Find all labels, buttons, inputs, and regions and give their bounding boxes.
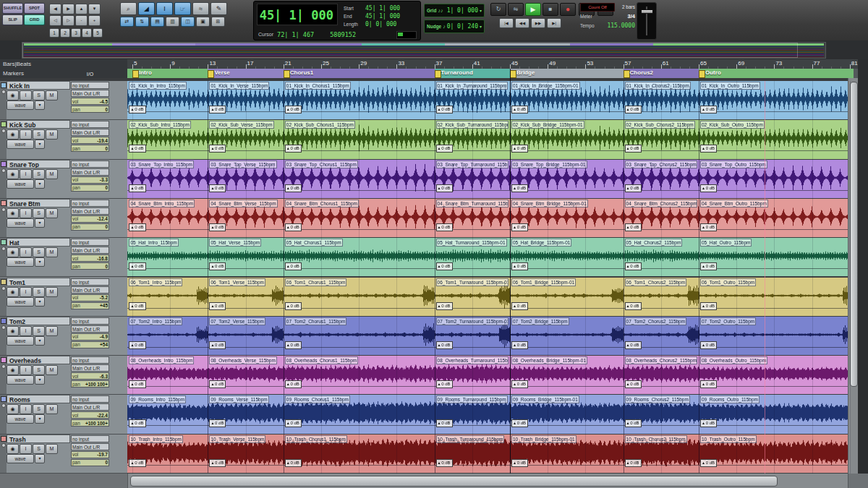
audio-clip-name[interactable]: 01_Kick_In_Turnaround_115bpm (436, 82, 509, 90)
clip-gain-badge[interactable]: ▴ 0 dB (436, 145, 453, 153)
clip-gain-badge[interactable]: ▴ 0 dB (436, 184, 453, 192)
clip-gain-badge[interactable]: ▴ 0 dB (285, 419, 302, 427)
zoom-toggle-button-2[interactable]: ⇅ (135, 17, 149, 27)
input-path-selector[interactable]: no input (71, 82, 109, 89)
audio-clip-name[interactable]: 08_Overheads_Turnaround_115bpm (436, 356, 509, 364)
clip-gain-badge[interactable]: ▴ 0 dB (625, 302, 642, 310)
grid-value-selector[interactable]: Grid ♪♪ 1| 0| 000 ▾ (424, 4, 485, 17)
audio-clip-name[interactable]: 03_Snare_Top_Bridge_115bpm-01 (511, 160, 587, 168)
clip-gain-badge[interactable]: ▴ 0 dB (209, 380, 226, 388)
clip-gain-badge[interactable]: ▴ 0 dB (285, 380, 302, 388)
clip-gain-badge[interactable]: ▴ 0 dB (511, 459, 528, 467)
track-view-selector[interactable]: wave (7, 414, 34, 424)
track-view-selector[interactable]: wave (7, 375, 34, 385)
clip-gain-badge[interactable]: ▴ 0 dB (436, 459, 453, 467)
audio-clip-name[interactable]: 07_Tom2_Intro_115bpm (129, 317, 182, 325)
audio-clip-name[interactable]: 05_Hat_Outro_115bpm (700, 239, 752, 247)
marker-label[interactable]: Intro (139, 69, 152, 76)
clip-gain-badge[interactable]: ▴ 0 dB (129, 459, 145, 467)
audio-clip-name[interactable]: 05_Hat_Chorus1_115bpm (285, 239, 343, 247)
audio-clip-name[interactable]: 01_Kick_In_Chorus2_115bpm (625, 82, 691, 90)
clip-gain-badge[interactable]: ▴ 0 dB (129, 145, 145, 153)
clip-gain-badge[interactable]: ▴ 0 dB (625, 223, 642, 231)
clip-gain-badge[interactable]: ▴ 0 dB (436, 262, 453, 270)
marker-flag-icon[interactable] (435, 70, 441, 78)
audio-clip-name[interactable]: 03_Snare_Top_Outro_115bpm (700, 160, 767, 168)
rewind-button[interactable]: ◀◀ (515, 18, 529, 28)
pan-display[interactable]: pan0 (71, 106, 109, 113)
clip-gain-badge[interactable]: ▴ 0 dB (511, 145, 528, 153)
track-view-selector[interactable]: wave (7, 336, 34, 346)
track-view-selector[interactable]: wave (7, 218, 34, 228)
marker-label[interactable]: Verse (214, 69, 229, 76)
input-path-selector[interactable]: no input (71, 121, 109, 128)
zoom-preset-1[interactable]: 1 (49, 28, 59, 38)
playlist-selector[interactable]: ▾ (35, 297, 45, 307)
track-name[interactable]: Hat (7, 238, 70, 247)
record-enable-button[interactable]: ◉ (7, 247, 19, 257)
marker-flag-icon[interactable] (284, 70, 290, 78)
clip-gain-badge[interactable]: ▴ 0 dB (625, 459, 642, 467)
mute-button[interactable]: M (46, 169, 58, 179)
clip-gain-badge[interactable]: ▴ 0 dB (285, 106, 302, 114)
clip-gain-badge[interactable]: ▴ 0 dB (700, 106, 717, 114)
zoom-preset-3[interactable]: 3 (71, 28, 81, 38)
zoom-toggle-button-6[interactable]: ▣ (196, 17, 210, 27)
clip-gain-badge[interactable]: ▴ 0 dB (436, 419, 453, 427)
audio-clip-name[interactable]: 07_Tom2_Chorus1_115bpm (285, 317, 347, 325)
input-path-selector[interactable]: no input (71, 278, 109, 286)
audio-clip-name[interactable]: 03_Snare_Top_Verse_115bpm (209, 160, 276, 168)
pan-display[interactable]: pan+100 100+ (71, 419, 109, 427)
track-view-selector[interactable]: wave (7, 297, 34, 307)
audio-clip-name[interactable]: 09_Rooms_Bridge_115bpm-01 (511, 395, 579, 403)
audio-clip-name[interactable]: 02_Kick_Sub_Verse_115bpm (209, 121, 273, 129)
volume-display[interactable]: vol-5.2 (71, 294, 109, 301)
output-path-selector[interactable]: Main Out L/R (71, 403, 109, 411)
clip-gain-badge[interactable]: ▴ 0 dB (436, 380, 453, 388)
track-name[interactable]: Kick In (7, 81, 70, 90)
clip-gain-badge[interactable]: ▴ 0 dB (625, 106, 642, 114)
solo-button[interactable]: S (33, 365, 45, 375)
zoom-arrow-button-0-1[interactable]: ▶ (62, 4, 75, 14)
pan-display[interactable]: pan0 (71, 145, 109, 152)
audio-clip-name[interactable]: 10_Trash_Chorus1_115bpm (285, 435, 347, 443)
zoom-toggle-button-1[interactable]: ⇄ (120, 17, 134, 27)
input-path-selector[interactable]: no input (71, 435, 109, 442)
clip-gain-badge[interactable]: ▴ 0 dB (700, 341, 717, 349)
clip-gain-badge[interactable]: ▴ 0 dB (285, 341, 302, 349)
edit-mode-grid[interactable]: GRID (24, 14, 45, 25)
clip-gain-badge[interactable]: ▴ 0 dB (209, 302, 226, 310)
nudge-value[interactable]: 0| 0| 240 (447, 23, 478, 30)
pan-display[interactable]: pan+100 100+ (71, 380, 109, 388)
clip-gain-badge[interactable]: ▴ 0 dB (436, 223, 453, 231)
solo-button[interactable]: S (33, 208, 45, 218)
audio-clip-name[interactable]: 02_Kick_Sub_Outro_115bpm (700, 121, 765, 129)
selection-end-value[interactable]: 45| 1| 000 (365, 13, 400, 20)
pan-display[interactable]: pan0 (71, 459, 109, 466)
clip-gain-badge[interactable]: ▴ 0 dB (209, 184, 226, 192)
scrollbar-thumb[interactable] (130, 476, 778, 487)
output-path-selector[interactable]: Main Out L/R (71, 207, 109, 215)
record-enable-button[interactable]: ◉ (7, 444, 19, 454)
playlist-selector[interactable]: ▾ (35, 375, 45, 385)
audio-clip-name[interactable]: 01_Kick_In_Chorus1_115bpm (285, 82, 351, 90)
volume-display[interactable]: vol-4.9 (71, 333, 109, 341)
clip-gain-badge[interactable]: ▴ 0 dB (511, 223, 528, 231)
playlist-selector[interactable]: ▾ (35, 100, 45, 110)
bars-beats-ruler-label[interactable]: Bars|Beats (3, 61, 31, 67)
clip-gain-badge[interactable]: ▴ 0 dB (285, 262, 302, 270)
solo-button[interactable]: S (33, 444, 45, 454)
marker-flag-icon[interactable] (699, 70, 705, 78)
clip-gain-badge[interactable]: ▴ 0 dB (436, 106, 453, 114)
zoom-preset-4[interactable]: 4 (82, 28, 92, 38)
playlist-selector[interactable]: ▾ (35, 179, 45, 189)
audio-clip-name[interactable]: 04_Snare_Btm_Chorus2_115bpm (625, 200, 697, 207)
clip-gain-badge[interactable]: ▴ 0 dB (209, 419, 226, 427)
audio-clip-name[interactable]: 05_Hat_Bridge_115bpm-01 (511, 239, 571, 247)
playlist-selector[interactable]: ▾ (35, 454, 45, 463)
zoom-toggle-button-3[interactable]: ▤ (150, 17, 164, 27)
fader-thumb[interactable] (641, 9, 653, 14)
solo-button[interactable]: S (33, 247, 45, 257)
audio-clip-name[interactable]: 08_Overheads_Chorus2_115bpm (625, 356, 697, 364)
audio-clip-name[interactable]: 04_Snare_Btm_Outro_115bpm (700, 200, 768, 207)
